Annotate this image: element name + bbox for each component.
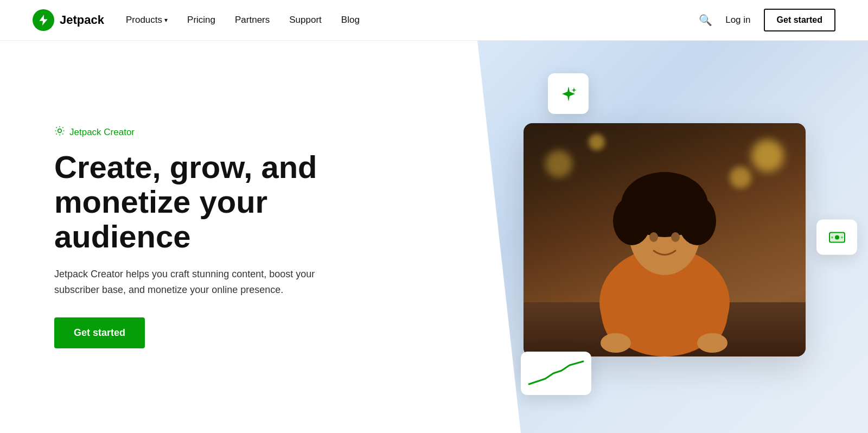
hero-title: Create, grow, and monetize your audience (54, 150, 434, 253)
svg-point-17 (831, 237, 833, 239)
lightning-icon (37, 14, 50, 27)
svg-point-12 (601, 333, 631, 353)
sparkle-card (548, 73, 589, 114)
header-right: 🔍 Log in Get started (699, 9, 835, 31)
svg-point-16 (835, 235, 839, 240)
bokeh-light-4 (589, 134, 605, 150)
hero-left-section: Jetpack Creator Create, grow, and moneti… (0, 41, 477, 433)
logo-icon (33, 9, 54, 31)
nav-item-pricing[interactable]: Pricing (187, 15, 215, 26)
hero-badge: Jetpack Creator (54, 125, 434, 139)
svg-point-9 (671, 232, 680, 242)
svg-point-7 (658, 177, 699, 212)
get-started-hero-button[interactable]: Get started (54, 317, 145, 348)
nav-item-partners[interactable]: Partners (235, 15, 270, 26)
nav-item-support[interactable]: Support (289, 15, 322, 26)
svg-point-18 (841, 237, 843, 239)
person-figure (572, 150, 757, 356)
money-icon (828, 228, 846, 246)
main-content: Jetpack Creator Create, grow, and moneti… (0, 41, 868, 433)
hero-badge-text: Jetpack Creator (69, 127, 135, 138)
logo-text: Jetpack (60, 13, 104, 27)
login-link[interactable]: Log in (725, 15, 750, 26)
bokeh-light-3 (545, 150, 572, 177)
svg-point-13 (697, 333, 727, 353)
hero-image-bg (524, 123, 806, 356)
hero-subtitle: Jetpack Creator helps you craft stunning… (54, 266, 326, 298)
site-header: Jetpack Products ▾ Pricing Partners Supp… (0, 0, 868, 41)
sparkle-icon (559, 84, 578, 104)
chevron-down-icon: ▾ (164, 16, 168, 24)
chart-card (521, 352, 591, 395)
svg-point-8 (649, 232, 658, 242)
search-button[interactable]: 🔍 (699, 14, 712, 27)
hero-right-section (477, 41, 868, 433)
nav-item-blog[interactable]: Blog (341, 15, 360, 26)
svg-point-0 (58, 129, 62, 133)
logo[interactable]: Jetpack (33, 9, 104, 31)
nav-item-products[interactable]: Products ▾ (126, 15, 168, 26)
money-card (816, 219, 857, 254)
hero-image (524, 123, 806, 356)
lightbulb-icon (54, 125, 65, 139)
search-icon: 🔍 (699, 14, 712, 26)
get-started-header-button[interactable]: Get started (764, 9, 835, 31)
header-left: Jetpack Products ▾ Pricing Partners Supp… (33, 9, 360, 31)
main-nav: Products ▾ Pricing Partners Support Blog (126, 15, 360, 26)
growth-chart-icon (526, 357, 586, 390)
